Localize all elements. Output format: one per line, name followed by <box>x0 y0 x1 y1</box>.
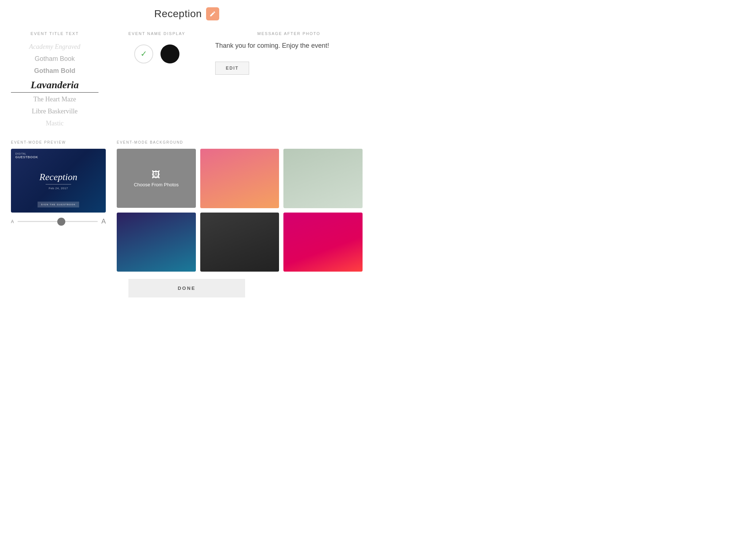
message-text: Thank you for coming. Enjoy the event! <box>215 41 363 51</box>
bg-option-dark[interactable] <box>200 213 279 272</box>
preview-column: EVENT-MODE PREVIEW DIGITAL GUESTBOOK Rec… <box>11 140 106 272</box>
font-option-mastic[interactable]: Mastic <box>11 117 98 129</box>
photo-library-icon: 🖼 <box>152 170 160 180</box>
check-icon: ✓ <box>140 49 147 59</box>
title-edit-button[interactable] <box>206 7 219 20</box>
preview-sign-button[interactable]: SIGN THE GUESTBOOK <box>38 202 80 207</box>
logo-top: DIGITAL <box>15 152 38 155</box>
font-size-slider[interactable] <box>18 221 98 222</box>
font-option-gotham-book[interactable]: Gotham Book <box>11 53 98 65</box>
bg-option-pink-orange[interactable] <box>200 149 279 208</box>
background-label: EVENT-MODE BACKGROUND <box>117 140 363 144</box>
preview-label: EVENT-MODE PREVIEW <box>11 140 106 144</box>
bg-option-sage[interactable] <box>283 149 363 208</box>
background-column: EVENT-MODE BACKGROUND 🖼 Choose From Phot… <box>117 140 363 272</box>
font-size-slider-row: A A <box>11 218 106 225</box>
font-option-libre[interactable]: Libre Baskerville <box>11 105 98 117</box>
preview-underline <box>46 184 71 184</box>
top-section: EVENT TITLE TEXT Academy Engraved Gotham… <box>0 24 374 129</box>
done-row: DONE <box>0 272 374 308</box>
font-option-academy[interactable]: Academy Engraved <box>11 41 98 53</box>
message-edit-button[interactable]: EDIT <box>215 62 249 75</box>
choose-photos-label: Choose From Photos <box>134 182 179 187</box>
text-color-picker[interactable] <box>160 44 179 63</box>
event-name-label: EVENT NAME DISPLAY <box>128 31 185 36</box>
bg-option-pink-red[interactable] <box>283 213 363 272</box>
background-grid: 🖼 Choose From Photos <box>117 149 363 272</box>
event-name-toggle[interactable]: ✓ <box>134 44 153 63</box>
event-name-controls: ✓ <box>134 44 179 63</box>
page-title: Reception <box>154 8 202 20</box>
page-header: Reception <box>0 0 374 24</box>
event-title-column: EVENT TITLE TEXT Academy Engraved Gotham… <box>11 31 106 129</box>
event-title-label: EVENT TITLE TEXT <box>11 31 98 36</box>
message-column: MESSAGE AFTER PHOTO Thank you for coming… <box>208 31 363 129</box>
message-label: MESSAGE AFTER PHOTO <box>215 31 363 36</box>
bg-option-blue-teal[interactable] <box>117 213 196 272</box>
pencil-icon <box>209 11 216 17</box>
preview-card: DIGITAL GUESTBOOK Reception Feb 24, 2017… <box>11 149 106 213</box>
slider-large-a: A <box>101 218 106 225</box>
logo-bottom: GUESTBOOK <box>15 155 38 159</box>
font-option-heart-maze[interactable]: The Heart Maze <box>11 93 98 105</box>
font-option-gotham-bold[interactable]: Gotham Bold <box>11 65 98 77</box>
bottom-section: EVENT-MODE PREVIEW DIGITAL GUESTBOOK Rec… <box>0 129 374 272</box>
bg-choose-photos[interactable]: 🖼 Choose From Photos <box>117 149 196 208</box>
preview-event-name: Reception <box>39 172 77 183</box>
preview-logo: DIGITAL GUESTBOOK <box>15 152 38 159</box>
slider-small-a: A <box>11 219 14 224</box>
preview-date: Feb 24, 2017 <box>49 187 68 190</box>
font-option-lavanderia[interactable]: Lavanderia <box>11 77 98 93</box>
event-name-column: EVENT NAME DISPLAY ✓ <box>106 31 208 129</box>
font-list: Academy Engraved Gotham Book Gotham Bold… <box>11 41 98 129</box>
done-button[interactable]: DONE <box>128 279 245 298</box>
